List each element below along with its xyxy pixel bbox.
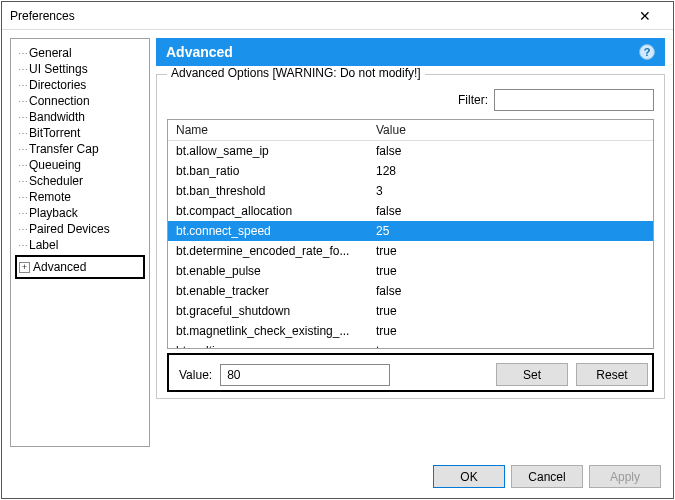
cell-name: bt.enable_tracker	[168, 281, 368, 301]
table-row[interactable]: bt.ban_threshold3	[168, 181, 653, 201]
list-body[interactable]: bt.allow_same_ipfalsebt.ban_ratio128bt.b…	[168, 141, 653, 348]
help-icon[interactable]: ?	[639, 44, 655, 60]
sidebar-item-label: Bandwidth	[29, 110, 85, 124]
titlebar: Preferences ✕	[2, 2, 673, 30]
cell-name: bt.compact_allocation	[168, 201, 368, 221]
set-button[interactable]: Set	[496, 363, 568, 386]
list-header: Name Value	[168, 120, 653, 141]
table-row[interactable]: bt.connect_speed25	[168, 221, 653, 241]
sidebar-item-label: Paired Devices	[29, 222, 110, 236]
sidebar-item-advanced[interactable]: +Advanced	[15, 255, 145, 279]
sidebar-item-transfer-cap[interactable]: ⋯Transfer Cap	[15, 141, 145, 157]
sidebar-item-label: Scheduler	[29, 174, 83, 188]
filter-input[interactable]	[494, 89, 654, 111]
expand-icon[interactable]: +	[19, 262, 30, 273]
cell-value: false	[368, 141, 653, 161]
sidebar-item-scheduler[interactable]: ⋯Scheduler	[15, 173, 145, 189]
cell-value: true	[368, 341, 653, 348]
tree-connector-icon: ⋯	[15, 240, 29, 251]
sidebar-item-label: Connection	[29, 94, 90, 108]
table-row[interactable]: bt.multiscrapetrue	[168, 341, 653, 348]
sidebar-item-label[interactable]: ⋯Label	[15, 237, 145, 253]
cell-value: 25	[368, 221, 653, 241]
cell-name: bt.allow_same_ip	[168, 141, 368, 161]
apply-button[interactable]: Apply	[589, 465, 661, 488]
cell-value: true	[368, 261, 653, 281]
sidebar-item-label: Remote	[29, 190, 71, 204]
table-row[interactable]: bt.compact_allocationfalse	[168, 201, 653, 221]
table-row[interactable]: bt.magnetlink_check_existing_...true	[168, 321, 653, 341]
table-row[interactable]: bt.enable_pulsetrue	[168, 261, 653, 281]
sidebar-item-label: Directories	[29, 78, 86, 92]
window-title: Preferences	[10, 9, 625, 23]
cell-name: bt.determine_encoded_rate_fo...	[168, 241, 368, 261]
cell-name: bt.magnetlink_check_existing_...	[168, 321, 368, 341]
options-list: Name Value bt.allow_same_ipfalsebt.ban_r…	[167, 119, 654, 349]
tree-connector-icon: ⋯	[15, 144, 29, 155]
section-title: Advanced	[166, 44, 233, 60]
column-header-value[interactable]: Value	[368, 120, 653, 140]
tree-connector-icon: ⋯	[15, 192, 29, 203]
table-row[interactable]: bt.determine_encoded_rate_fo...true	[168, 241, 653, 261]
sidebar-item-playback[interactable]: ⋯Playback	[15, 205, 145, 221]
tree-connector-icon: ⋯	[15, 64, 29, 75]
sidebar-item-label: Advanced	[33, 260, 86, 274]
tree-connector-icon: ⋯	[15, 208, 29, 219]
cell-value: 3	[368, 181, 653, 201]
table-row[interactable]: bt.enable_trackerfalse	[168, 281, 653, 301]
filter-row: Filter:	[167, 83, 654, 117]
preferences-window: Preferences ✕ ⋯General⋯UI Settings⋯Direc…	[1, 1, 674, 499]
cancel-button[interactable]: Cancel	[511, 465, 583, 488]
tree-connector-icon: ⋯	[15, 224, 29, 235]
sidebar-item-label: Label	[29, 238, 58, 252]
close-icon: ✕	[639, 8, 651, 24]
sidebar-item-general[interactable]: ⋯General	[15, 45, 145, 61]
main-panel: Advanced ? Advanced Options [WARNING: Do…	[156, 38, 665, 447]
sidebar-item-connection[interactable]: ⋯Connection	[15, 93, 145, 109]
sidebar-item-label: Playback	[29, 206, 78, 220]
close-button[interactable]: ✕	[625, 2, 665, 30]
cell-value: true	[368, 301, 653, 321]
advanced-options-group: Advanced Options [WARNING: Do not modify…	[156, 74, 665, 399]
table-row[interactable]: bt.graceful_shutdowntrue	[168, 301, 653, 321]
cell-value: true	[368, 241, 653, 261]
column-header-name[interactable]: Name	[168, 120, 368, 140]
table-row[interactable]: bt.allow_same_ipfalse	[168, 141, 653, 161]
dialog-footer: OK Cancel Apply	[2, 455, 673, 498]
value-label: Value:	[173, 368, 212, 382]
cell-name: bt.graceful_shutdown	[168, 301, 368, 321]
filter-label: Filter:	[458, 93, 488, 107]
tree-connector-icon: ⋯	[15, 48, 29, 59]
sidebar-item-label: Queueing	[29, 158, 81, 172]
group-label: Advanced Options [WARNING: Do not modify…	[167, 66, 425, 80]
sidebar-item-label: BitTorrent	[29, 126, 80, 140]
tree-connector-icon: ⋯	[15, 176, 29, 187]
section-header: Advanced ?	[156, 38, 665, 66]
cell-value: false	[368, 281, 653, 301]
sidebar-item-directories[interactable]: ⋯Directories	[15, 77, 145, 93]
sidebar-item-paired-devices[interactable]: ⋯Paired Devices	[15, 221, 145, 237]
sidebar-item-remote[interactable]: ⋯Remote	[15, 189, 145, 205]
tree-connector-icon: ⋯	[15, 80, 29, 91]
sidebar-item-bittorrent[interactable]: ⋯BitTorrent	[15, 125, 145, 141]
ok-button[interactable]: OK	[433, 465, 505, 488]
sidebar-item-label: General	[29, 46, 72, 60]
tree-connector-icon: ⋯	[15, 160, 29, 171]
cell-value: 128	[368, 161, 653, 181]
cell-value: true	[368, 321, 653, 341]
sidebar-item-queueing[interactable]: ⋯Queueing	[15, 157, 145, 173]
reset-button[interactable]: Reset	[576, 363, 648, 386]
cell-name: bt.enable_pulse	[168, 261, 368, 281]
sidebar-item-label: UI Settings	[29, 62, 88, 76]
table-row[interactable]: bt.ban_ratio128	[168, 161, 653, 181]
cell-name: bt.ban_ratio	[168, 161, 368, 181]
dialog-body: ⋯General⋯UI Settings⋯Directories⋯Connect…	[2, 30, 673, 455]
cell-value: false	[368, 201, 653, 221]
sidebar-item-bandwidth[interactable]: ⋯Bandwidth	[15, 109, 145, 125]
tree-connector-icon: ⋯	[15, 112, 29, 123]
value-input[interactable]	[220, 364, 390, 386]
sidebar-item-ui-settings[interactable]: ⋯UI Settings	[15, 61, 145, 77]
value-editor: Value: Set Reset	[167, 353, 654, 392]
tree-connector-icon: ⋯	[15, 128, 29, 139]
sidebar-item-label: Transfer Cap	[29, 142, 99, 156]
